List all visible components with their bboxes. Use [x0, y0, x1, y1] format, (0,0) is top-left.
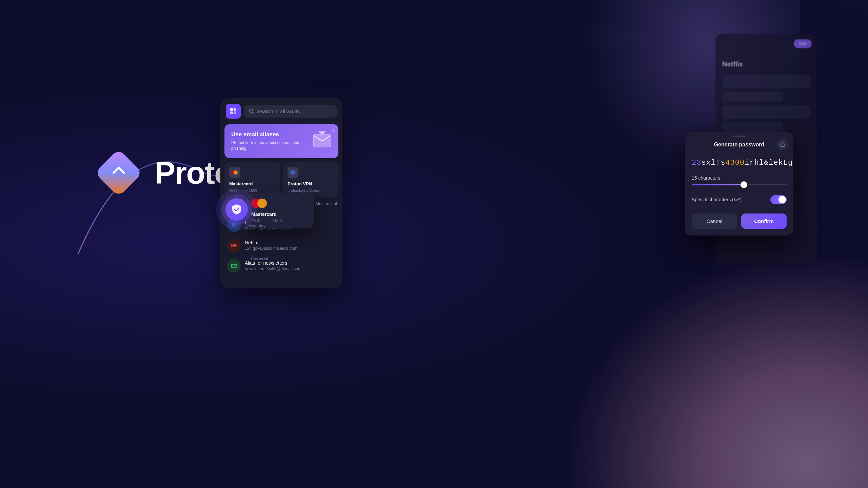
list-item-netflix[interactable]: NE Netflix 124.qcv42asdd@aleeas.com: [224, 235, 338, 256]
mc-circle-orange: [257, 199, 267, 208]
netflix-item-name: Netflix: [245, 240, 336, 245]
generated-password-display: 23sxl!s4300irhl&lekLg: [685, 153, 793, 175]
background-gradient-right: [563, 251, 868, 488]
svg-rect-0: [95, 149, 142, 197]
cancel-button[interactable]: Cancel: [692, 214, 737, 229]
bg-field-3: [722, 105, 810, 119]
this-week-section-label: This week: [250, 257, 268, 261]
refresh-icon: [780, 142, 785, 147]
netflix-avatar-text: NE: [231, 243, 237, 248]
banner-title: Use email aliases: [231, 131, 309, 138]
mastercard-card-icon: [229, 167, 240, 178]
slider-fill: [692, 184, 744, 185]
panel-actions: Cancel Confirm: [685, 208, 793, 236]
search-placeholder: Search in all vaults...: [257, 108, 304, 114]
banner-close-button[interactable]: ×: [332, 127, 335, 134]
sort-button[interactable]: Most recent: [310, 201, 337, 206]
shield-outer-ring: [216, 189, 257, 230]
mastercard-name: Mastercard: [229, 181, 275, 186]
bg-pill-label: Edit: [794, 39, 812, 48]
drag-handle[interactable]: [685, 132, 793, 140]
pw-part-2: sxl!s: [701, 159, 725, 167]
netflix-item-sub: 124.qcv42asdd@aleeas.com: [245, 246, 336, 251]
alias-info: Alias for newsletters newsletters.3jb55@…: [245, 260, 336, 271]
pw-part-3: 4300: [725, 159, 745, 167]
bg-app-title: Netflix: [715, 54, 817, 72]
special-chars-label: Special characters (!&*): [692, 197, 742, 202]
special-chars-toggle[interactable]: [770, 195, 787, 204]
pw-part-1: 23: [692, 159, 701, 167]
alias-item-name: Alias for newsletters: [245, 260, 336, 266]
sort-label: Most recent: [316, 201, 337, 206]
shield-button-area[interactable]: [216, 189, 257, 230]
mastercard-card-number: 4875 ···· ···· 1569: [251, 218, 308, 223]
protonvpn-card-icon: [288, 167, 298, 178]
panel-title: Generate password: [714, 142, 765, 148]
shield-core-button[interactable]: [225, 198, 248, 221]
search-input-wrap[interactable]: Search in all vaults...: [244, 105, 337, 118]
banner-text: Use email aliases Protect your inbox aga…: [231, 131, 309, 151]
slider-thumb[interactable]: [741, 181, 747, 188]
refresh-password-button[interactable]: [777, 139, 788, 150]
protonvpn-name: Proton VPN: [288, 181, 334, 186]
shield-inner-ring: [221, 194, 252, 225]
list-item-alias[interactable]: Alias for newsletters newsletters.3jb55@…: [224, 256, 338, 276]
svg-line-6: [253, 112, 254, 114]
netflix-info: Netflix 124.qcv42asdd@aleeas.com: [245, 240, 336, 251]
protonvpn-card[interactable]: Proton VPN proton.bg6fa@alea...: [283, 162, 338, 197]
svg-rect-3: [230, 111, 233, 114]
pw-part-4: irhl&lekLg: [745, 159, 793, 167]
toggle-knob: [778, 196, 786, 203]
bg-field-1: [722, 75, 810, 88]
password-panel: Generate password 23sxl!s4300irhl&lekLg …: [685, 132, 793, 236]
bg-field-2: [722, 92, 783, 102]
svg-rect-2: [234, 108, 236, 111]
search-bar: Search in all vaults...: [220, 98, 342, 124]
email-aliases-banner: Use email aliases Protect your inbox aga…: [224, 124, 338, 158]
banner-description: Protect your inbox against spams and phi…: [231, 140, 309, 151]
mastercard-card-name: Mastercard: [251, 211, 308, 217]
netflix-avatar: NE: [227, 239, 241, 252]
svg-rect-1: [230, 108, 233, 111]
bg-field-4: [722, 122, 783, 133]
drag-bar: [732, 136, 746, 137]
protonvpn-detail: proton.bg6fa@alea...: [288, 188, 334, 192]
vault-icon-button[interactable]: [226, 104, 241, 119]
special-chars-row: Special characters (!&*): [685, 191, 793, 208]
proton-pass-icon: [95, 149, 142, 197]
characters-label: 15 characters: [692, 175, 721, 181]
panel-header: Generate password: [685, 140, 793, 153]
mastercard-icon: [251, 199, 308, 208]
characters-slider-row: 15 characters: [685, 175, 793, 191]
confirm-button[interactable]: Confirm: [741, 214, 787, 229]
svg-rect-4: [234, 111, 236, 114]
alias-item-sub: newsletters.3jb55@aleeas.com: [245, 266, 336, 271]
email-icon: [313, 131, 332, 151]
slider-track[interactable]: [692, 184, 787, 185]
shield-icon: [232, 204, 242, 215]
svg-point-10: [234, 170, 238, 175]
alias-avatar: [227, 259, 241, 272]
search-icon: [249, 108, 254, 114]
